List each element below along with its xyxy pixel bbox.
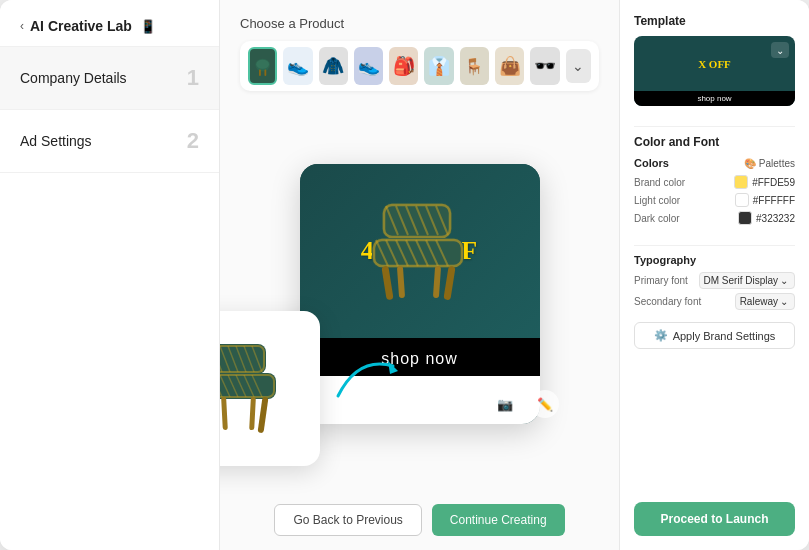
primary-font-row: Primary font DM Serif Display ⌄ — [634, 272, 795, 289]
svg-rect-43 — [381, 266, 393, 301]
svg-point-1 — [256, 60, 269, 69]
sidebar-item-number: 2 — [187, 128, 199, 154]
sidebar-item-ad-settings[interactable]: Ad Settings 2 — [0, 110, 219, 173]
camera-icon[interactable]: 📷 — [491, 390, 519, 418]
light-color-row: Light color #FFFFFF — [634, 193, 795, 207]
apply-brand-button[interactable]: ⚙️ Apply Brand Settings — [634, 322, 795, 349]
app-title: AI Creative Lab — [30, 18, 132, 34]
choose-product-label: Choose a Product — [240, 16, 599, 31]
product-strip-more[interactable]: ⌄ — [566, 49, 591, 83]
dark-color-hex: #323232 — [756, 213, 795, 224]
product-thumb-5[interactable]: 🎒 — [389, 47, 418, 85]
sidebar-header[interactable]: ‹ AI Creative Lab 📱 — [0, 0, 219, 47]
svg-rect-2 — [259, 70, 261, 76]
back-arrow-icon: ‹ — [20, 19, 24, 33]
product-thumb-2[interactable]: 👟 — [283, 47, 312, 85]
svg-rect-44 — [443, 266, 455, 301]
dark-color-swatch — [738, 211, 752, 225]
sidebar-item-company-details[interactable]: Company Details 1 — [0, 47, 219, 110]
typography-title: Typography — [634, 254, 795, 266]
palette-icon: 🎨 — [744, 158, 756, 169]
light-color-label: Light color — [634, 195, 680, 206]
template-preview-bottom: shop now — [634, 91, 795, 106]
right-panel: Template X OFF shop now ⌄ Color and Font… — [619, 0, 809, 550]
product-thumb-3[interactable]: 🧥 — [319, 47, 348, 85]
palettes-label: Palettes — [759, 158, 795, 169]
main-top: Choose a Product 👟 🧥 👟 🎒 — [220, 0, 619, 101]
svg-rect-22 — [258, 396, 269, 432]
template-dropdown-button[interactable]: ⌄ — [771, 42, 789, 58]
template-preview-box[interactable]: X OFF shop now ⌄ — [634, 36, 795, 106]
secondary-font-chevron: ⌄ — [780, 296, 788, 307]
secondary-font-label: Secondary font — [634, 296, 701, 307]
product-thumb-6[interactable]: 👔 — [424, 47, 453, 85]
brand-color-swatch-row[interactable]: #FFDE59 — [734, 175, 795, 189]
ad-product-section: 40% OFF — [300, 164, 540, 338]
dark-color-row: Dark color #323232 — [634, 211, 795, 225]
sidebar-item-number: 1 — [187, 65, 199, 91]
product-strip: 👟 🧥 👟 🎒 👔 🪑 👜 — [240, 41, 599, 91]
main-preview-area: 40% OFF shop now 📷 ✏️ — [220, 101, 619, 496]
svg-marker-25 — [388, 361, 398, 374]
svg-rect-4 — [220, 344, 266, 374]
bottom-buttons: Go Back to Previous Continue Creating — [220, 496, 619, 550]
brand-color-row: Brand color #FFDE59 — [634, 175, 795, 189]
template-section: Template X OFF shop now ⌄ — [634, 14, 795, 106]
typography-section: Typography Primary font DM Serif Display… — [634, 254, 795, 314]
light-color-hex: #FFFFFF — [753, 195, 795, 206]
sidebar-item-label: Ad Settings — [20, 133, 92, 149]
primary-font-chevron: ⌄ — [780, 275, 788, 286]
apply-brand-label: Apply Brand Settings — [673, 330, 776, 342]
floating-chair-popup — [220, 311, 320, 466]
chair-illustration — [220, 339, 290, 439]
primary-font-value: DM Serif Display — [704, 275, 778, 286]
continue-creating-button[interactable]: Continue Creating — [432, 504, 565, 536]
light-color-swatch — [735, 193, 749, 207]
preview-icons: 📷 ✏️ — [491, 390, 559, 418]
edit-icon[interactable]: ✏️ — [531, 390, 559, 418]
sidebar-item-label: Company Details — [20, 70, 127, 86]
mobile-icon: 📱 — [140, 19, 156, 34]
dark-color-label: Dark color — [634, 213, 680, 224]
light-color-swatch-row[interactable]: #FFFFFF — [735, 193, 795, 207]
brand-color-label: Brand color — [634, 177, 685, 188]
secondary-font-dropdown[interactable]: Raleway ⌄ — [735, 293, 795, 310]
divider-1 — [634, 126, 795, 127]
brand-color-swatch — [734, 175, 748, 189]
svg-rect-45 — [396, 266, 404, 298]
primary-font-label: Primary font — [634, 275, 688, 286]
product-thumb-4[interactable]: 👟 — [354, 47, 383, 85]
color-font-section-title: Color and Font — [634, 135, 795, 149]
apply-brand-icon: ⚙️ — [654, 329, 668, 342]
go-back-button[interactable]: Go Back to Previous — [274, 504, 421, 536]
svg-rect-3 — [264, 70, 266, 76]
sidebar: ‹ AI Creative Lab 📱 Company Details 1 Ad… — [0, 0, 220, 550]
brand-color-hex: #FFDE59 — [752, 177, 795, 188]
secondary-font-value: Raleway — [740, 296, 778, 307]
colors-row: Colors 🎨 Palettes — [634, 157, 795, 169]
proceed-to-launch-button[interactable]: Proceed to Launch — [634, 502, 795, 536]
product-thumb-9[interactable]: 🕶️ — [530, 47, 559, 85]
color-font-section: Color and Font Colors 🎨 Palettes Brand c… — [634, 135, 795, 229]
main-content: Choose a Product 👟 🧥 👟 🎒 — [220, 0, 619, 550]
secondary-font-row: Secondary font Raleway ⌄ — [634, 293, 795, 310]
product-thumb-7[interactable]: 🪑 — [460, 47, 489, 85]
colors-label: Colors — [634, 157, 669, 169]
dark-color-swatch-row[interactable]: #323232 — [738, 211, 795, 225]
product-thumb-1[interactable] — [248, 47, 277, 85]
divider-2 — [634, 245, 795, 246]
arrow-svg — [328, 346, 408, 406]
template-preview-discount: X OFF — [698, 58, 731, 70]
palettes-button[interactable]: 🎨 Palettes — [744, 158, 795, 169]
svg-rect-46 — [432, 266, 440, 298]
svg-rect-24 — [249, 396, 256, 429]
template-section-title: Template — [634, 14, 795, 28]
svg-rect-23 — [221, 396, 228, 429]
primary-font-dropdown[interactable]: DM Serif Display ⌄ — [699, 272, 795, 289]
product-thumb-8[interactable]: 👜 — [495, 47, 524, 85]
